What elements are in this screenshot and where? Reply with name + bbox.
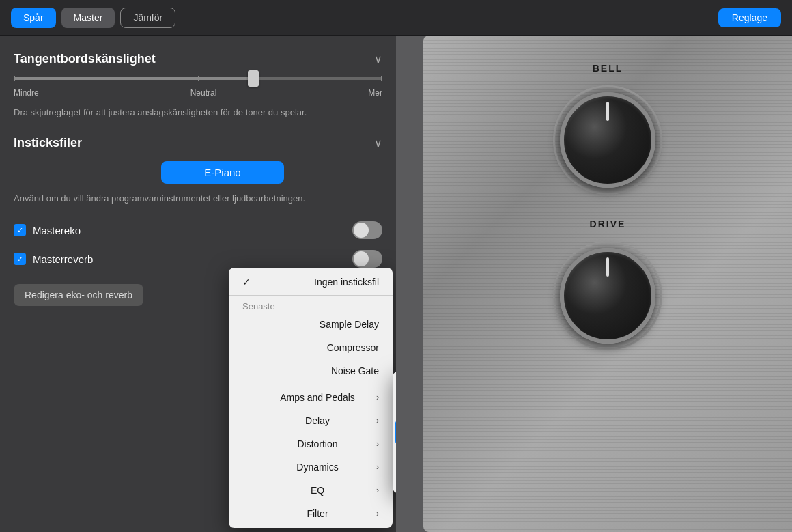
right-panel: BELL DRIVE: [396, 36, 792, 532]
masterreverb-toggle[interactable]: [352, 250, 382, 268]
btn-master[interactable]: Master: [61, 8, 115, 28]
plugin-epiano-button[interactable]: E-Piano: [161, 161, 284, 184]
keyboard-slider-container: Mindre Neutral Mer Dra skjutreglaget för…: [14, 77, 382, 120]
slider-thumb[interactable]: [248, 70, 259, 87]
plugins-section-header: Insticksfiler ∨: [14, 136, 382, 150]
mastereko-toggle[interactable]: [352, 221, 382, 239]
submenu-sample-delay[interactable]: Sample Delay: [395, 421, 396, 444]
mastereko-row: ✓ Mastereko: [14, 221, 382, 239]
mastereko-label: Mastereko: [33, 225, 345, 236]
left-panel: Tangentbordskänslighet ∨ Mindre Neutral …: [0, 36, 396, 532]
mastereko-checkbox[interactable]: ✓: [14, 224, 26, 236]
label-neutral: Neutral: [190, 88, 217, 98]
masterreverb-row: ✓ Masterreverb: [14, 250, 382, 268]
dropdown-distortion[interactable]: Distortion ›: [229, 432, 393, 456]
eq-arrow-icon: ›: [376, 486, 379, 495]
submenu-tape-delay[interactable]: Tape Delay: [393, 467, 396, 490]
main-layout: Tangentbordskänslighet ∨ Mindre Neutral …: [0, 36, 792, 532]
submenu-echo[interactable]: Echo: [393, 397, 396, 421]
dropdown-sep-1: [229, 295, 393, 296]
btn-jamfor[interactable]: Jämför: [120, 8, 175, 28]
dropdown-menu: Ingen insticksfil Senaste Sample Delay C…: [229, 268, 393, 528]
keyboard-chevron-icon[interactable]: ∨: [374, 53, 382, 66]
toolbar: Spår Master Jämför Reglage: [0, 0, 792, 36]
plugins-description: Använd om du vill ändra programvaruinstr…: [14, 192, 382, 206]
drive-knob-wrapper: [550, 238, 666, 354]
masterreverb-label: Masterreverb: [33, 253, 345, 265]
slider-tick-center: [198, 76, 199, 81]
plugins-section: Insticksfiler ∨ E-Piano Använd om du vil…: [14, 136, 382, 206]
btn-spar[interactable]: Spår: [11, 8, 56, 28]
dropdown-sample-delay-recent[interactable]: Sample Delay: [229, 313, 393, 336]
edit-reverb-button[interactable]: Redigera eko- och reverb: [14, 284, 143, 306]
keyboard-slider-track[interactable]: [14, 77, 382, 80]
bell-knob-section: BELL: [550, 63, 666, 198]
distortion-arrow-icon: ›: [376, 439, 379, 449]
dropdown-delay[interactable]: Delay ›: [229, 409, 393, 432]
keyboard-section-header: Tangentbordskänslighet ∨: [14, 52, 382, 66]
keyboard-title: Tangentbordskänslighet: [14, 52, 156, 66]
filter-arrow-icon: ›: [376, 509, 379, 518]
slider-fill: [14, 77, 253, 80]
label-more: Mer: [368, 88, 382, 98]
dynamics-arrow-icon: ›: [376, 462, 379, 472]
dropdown-section-senaste: Senaste: [229, 297, 393, 313]
dropdown-eq[interactable]: EQ ›: [229, 479, 393, 502]
dropdown-noise-gate[interactable]: Noise Gate: [229, 359, 393, 382]
slider-tick-left: [14, 76, 15, 81]
masterreverb-checkbox[interactable]: ✓: [14, 253, 26, 265]
slider-tick-right: [381, 76, 382, 81]
dropdown-dynamics[interactable]: Dynamics ›: [229, 456, 393, 479]
keyboard-description: Dra skjutreglaget för att justera anslag…: [14, 106, 382, 120]
label-less: Mindre: [14, 88, 39, 98]
drive-knob[interactable]: [560, 248, 655, 344]
dropdown-ingen-insticksfil[interactable]: Ingen insticksfil: [229, 270, 393, 294]
submenu-delay: Delay Designer Echo Sample Delay Stereo …: [393, 372, 396, 493]
toolbar-left: Spår Master Jämför: [11, 8, 175, 28]
drive-knob-label: DRIVE: [590, 219, 626, 229]
amps-arrow-icon: ›: [376, 393, 379, 402]
plugins-chevron-icon[interactable]: ∨: [374, 137, 382, 150]
submenu-stereo-delay[interactable]: Stereo Delay: [393, 444, 396, 467]
slider-labels: Mindre Neutral Mer: [14, 88, 382, 98]
dropdown-sep-2: [229, 384, 393, 384]
btn-reglage[interactable]: Reglage: [718, 8, 781, 27]
drive-knob-section: DRIVE: [550, 219, 666, 354]
plugins-title: Insticksfiler: [14, 136, 82, 150]
dropdown-filter[interactable]: Filter ›: [229, 502, 393, 525]
bell-knob-wrapper: [550, 82, 666, 198]
dropdown-amps[interactable]: Amps and Pedals ›: [229, 386, 393, 409]
bell-knob[interactable]: [560, 92, 655, 188]
amp-body: BELL DRIVE: [423, 36, 792, 532]
delay-arrow-icon: ›: [376, 416, 379, 425]
bell-knob-label: BELL: [593, 63, 623, 74]
dropdown-compressor[interactable]: Compressor: [229, 336, 393, 359]
submenu-delay-designer[interactable]: Delay Designer: [393, 374, 396, 397]
